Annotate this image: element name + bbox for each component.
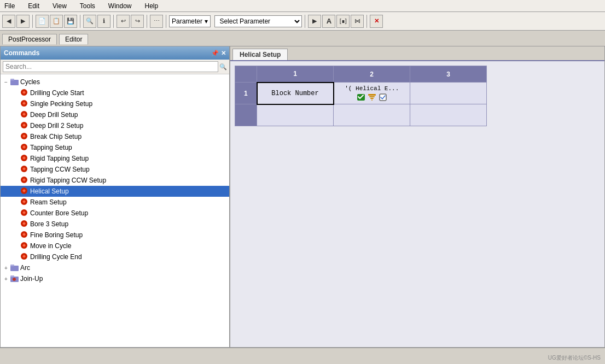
single-pecking-icon (20, 99, 30, 109)
col-header-empty (235, 66, 257, 83)
rigid-tapping-ccw-label: Rigid Tapping CCW Setup (30, 177, 229, 184)
single-pecking-label: Single Pecking Setup (30, 100, 229, 108)
search-button[interactable]: 🔍 (83, 15, 96, 28)
tree-node-drilling-cycle-start[interactable]: Drilling Cycle Start (1, 87, 229, 98)
menu-file[interactable]: File (2, 2, 17, 10)
tree-node-helical-setup[interactable]: Helical Setup (1, 186, 229, 197)
toolbar-sep-3 (113, 15, 114, 28)
toolbar-sep-4 (147, 15, 147, 28)
cell-col1-row2[interactable] (257, 104, 334, 126)
join-up-folder-icon (10, 274, 20, 284)
cycles-label: Cycles (20, 78, 229, 86)
col-header-1[interactable]: 1 (257, 66, 334, 83)
tree-node-arc[interactable]: + Arc (1, 262, 229, 273)
join-up-label: Join-Up (20, 275, 229, 283)
expand-cycles-icon[interactable]: − (2, 79, 10, 85)
helical-setup-icon (20, 187, 30, 196)
tree-spacer (11, 90, 20, 96)
grid-container: 1 2 3 1 Block Number '( Helical E... (230, 61, 604, 347)
drilling-start-icon (20, 89, 30, 98)
svg-rect-19 (10, 265, 14, 266)
data-grid: 1 2 3 1 Block Number '( Helical E... (235, 66, 487, 126)
tree-node-deep-drill[interactable]: Deep Drill Setup (1, 109, 229, 120)
tree-node-drilling-cycle-end[interactable]: Drilling Cycle End (1, 251, 229, 262)
tree-node-tapping-ccw[interactable]: Tapping CCW Setup (1, 164, 229, 175)
info-button[interactable]: ℹ (97, 15, 110, 28)
dropdown-arrow-icon: ▾ (205, 17, 208, 25)
green-check-icon (357, 93, 365, 102)
menu-edit[interactable]: Edit (26, 2, 42, 10)
cell-helical[interactable]: '( Helical E... (334, 83, 410, 104)
toolbar-sep-5 (166, 15, 166, 28)
col-header-2[interactable]: 2 (334, 66, 410, 83)
format-button[interactable]: [∎] (336, 15, 350, 28)
new-button[interactable]: 📋 (50, 15, 63, 28)
forward-button[interactable]: ▶ (16, 15, 30, 28)
tree-node-join-up[interactable]: + Join-Up (1, 273, 229, 284)
ream-label: Ream Setup (30, 198, 229, 206)
commands-panel-header: Commands 📌 ✕ (1, 46, 229, 60)
pin-icon[interactable]: 📌 (211, 50, 219, 57)
menu-window[interactable]: Window (106, 2, 134, 10)
tree-node-cycles[interactable]: − Cycles (1, 77, 229, 87)
expand-joinup-icon[interactable]: + (2, 276, 10, 282)
editor-tab[interactable]: Editor (59, 34, 88, 45)
bore-3-icon (20, 220, 30, 229)
tree-node-bore-3[interactable]: Bore 3 Setup (1, 219, 229, 230)
cell-block-number[interactable]: Block Number (257, 83, 334, 104)
status-bar (0, 348, 605, 359)
undo-button[interactable]: ↩ (117, 15, 130, 28)
table-row-2 (235, 104, 487, 126)
search-bar: 🔍 (1, 60, 229, 74)
tree-node-single-pecking[interactable]: Single Pecking Setup (1, 98, 229, 109)
tree-node-rigid-tapping-ccw[interactable]: Rigid Tapping CCW Setup (1, 175, 229, 186)
deep-drill-2-icon (20, 121, 30, 131)
back-button[interactable]: ◀ (2, 15, 15, 28)
table-row-1: 1 Block Number '( Helical E... (235, 83, 487, 104)
tree-node-tapping[interactable]: Tapping Setup (1, 142, 229, 153)
drilling-end-label: Drilling Cycle End (30, 253, 229, 261)
tree-node-deep-drill-2[interactable]: Deep Drill 2 Setup (1, 120, 229, 131)
tree-node-fine-boring[interactable]: Fine Boring Setup (1, 230, 229, 240)
parameter-dropdown[interactable]: Parameter ▾ (169, 15, 211, 27)
run-button[interactable]: ▶ (308, 15, 321, 28)
close-panel-icon[interactable]: ✕ (221, 50, 226, 57)
address-button[interactable]: ⋯ (150, 15, 163, 28)
tree-node-ream-setup[interactable]: Ream Setup (1, 197, 229, 208)
menu-help[interactable]: Help (143, 2, 161, 10)
close-button[interactable]: ✕ (370, 15, 383, 28)
tree-node-rigid-tapping[interactable]: Rigid Tapping Setup (1, 153, 229, 164)
text-button[interactable]: A (322, 15, 335, 28)
postprocessor-tab[interactable]: PostProcessor (2, 34, 57, 45)
helical-setup-tab[interactable]: Helical Setup (232, 49, 288, 60)
expand-arc-icon[interactable]: + (2, 265, 10, 271)
cell-col2-row2[interactable] (334, 104, 410, 126)
menu-view[interactable]: View (50, 2, 69, 10)
move-in-cycle-label: Move in Cycle (30, 242, 229, 250)
block-number-text: Block Number (271, 90, 318, 97)
rigid-tapping-label: Rigid Tapping Setup (30, 155, 229, 162)
search-input[interactable] (3, 61, 218, 72)
tree-node-break-chip[interactable]: Break Chip Setup (1, 131, 229, 142)
toolbar-sep-7 (367, 15, 367, 28)
rigid-tapping-icon (20, 154, 30, 163)
svg-rect-0 (10, 80, 19, 85)
svg-rect-18 (10, 266, 19, 271)
counter-bore-label: Counter Bore Setup (30, 209, 229, 217)
checkbox-icon[interactable] (379, 93, 387, 102)
svg-rect-27 (371, 99, 373, 101)
col-header-3[interactable]: 3 (410, 66, 487, 83)
menu-bar: File Edit View Tools Window Help (0, 0, 605, 12)
cell-col3-row2[interactable] (410, 104, 487, 126)
redo-button[interactable]: ↪ (131, 15, 144, 28)
cell-col3-row1[interactable] (410, 83, 487, 104)
network-button[interactable]: ⋈ (351, 15, 364, 28)
tree-node-move-in-cycle[interactable]: Move in Cycle (1, 240, 229, 251)
helical-cell-icons (334, 93, 410, 102)
save-button[interactable]: 💾 (64, 15, 77, 28)
tree-node-counter-bore[interactable]: Counter Bore Setup (1, 208, 229, 219)
select-parameter[interactable]: Select Parameter (214, 15, 302, 27)
counter-bore-icon (20, 209, 30, 218)
menu-tools[interactable]: Tools (78, 2, 97, 10)
open-button[interactable]: 📄 (36, 15, 49, 28)
